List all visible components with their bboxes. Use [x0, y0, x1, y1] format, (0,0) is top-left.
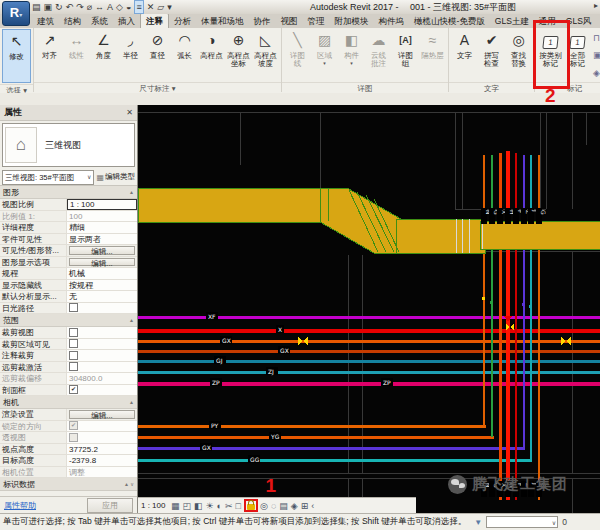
default-3d-view-icon[interactable]: ◇ — [116, 1, 123, 13]
section-范围[interactable]: 范围▲ — [0, 314, 137, 327]
tab-插入[interactable]: 插入 — [113, 14, 140, 28]
more-icon[interactable]: ‹ — [311, 499, 314, 513]
region-button[interactable]: ▨区域▾ — [311, 29, 338, 81]
crop-region-icon[interactable]: □ — [236, 499, 241, 513]
sync-central-icon[interactable]: ↻ — [55, 1, 63, 13]
application-menu-button[interactable]: R▾ — [2, 1, 30, 26]
detail-line-button[interactable]: ╲详图 线 — [284, 29, 311, 81]
spot-slope-button[interactable]: ◺高程点 坡度 — [252, 29, 279, 81]
checkbox[interactable]: ✔ — [69, 385, 78, 394]
tab-GLS土建[interactable]: GLS土建 — [490, 14, 534, 28]
customize-qat-icon[interactable]: ▾ — [167, 1, 172, 13]
property-value[interactable]: 37725.2 — [67, 444, 137, 455]
checkbox[interactable] — [69, 328, 78, 337]
checkbox[interactable] — [69, 433, 78, 442]
property-value[interactable]: 显示两者 — [67, 234, 137, 245]
worksets-icon[interactable]: ⊞ — [301, 499, 309, 513]
edit-button[interactable]: 编辑... — [69, 410, 135, 419]
view-scale-button[interactable]: 1 : 100 — [141, 501, 165, 510]
visual-style-icon[interactable]: ◧ — [194, 499, 203, 513]
property-value[interactable]: 调整 — [67, 467, 137, 478]
spell-check-button[interactable]: ✔拼写 检查 — [478, 29, 505, 81]
filter-icon[interactable]: ▼ — [474, 518, 482, 527]
aligned-dimension-button[interactable]: ↗对齐 — [36, 29, 63, 81]
edit-type-button[interactable]: ▦ 编辑类型 — [96, 172, 135, 182]
pin-icon[interactable]: ▲ — [129, 189, 134, 195]
pin-icon[interactable]: ▲ ∨ — [124, 481, 134, 487]
spot-coordinate-button[interactable]: ⊕高程点 坐标 — [225, 29, 252, 81]
temporary-hide-isolate-icon[interactable]: ◎ — [260, 499, 268, 513]
drawing-area[interactable]: XFXGXGXGJZJZPZPPYYGGXGGNGXHFZJGNGXHFZJG … — [138, 105, 600, 513]
angular-dimension-button[interactable]: ∠角度 — [90, 29, 117, 81]
tab-scroll-arrow-icon[interactable]: ▸ — [594, 1, 598, 10]
type-selector[interactable]: ⌂ 三维视图 — [2, 123, 135, 167]
detail-group-button[interactable]: [A]详图 组 — [392, 29, 419, 81]
tab-附加模块[interactable]: 附加模块 — [330, 14, 374, 28]
reveal-constraints-icon[interactable]: ◈ — [291, 499, 298, 513]
arc-length-dimension-button[interactable]: ◠弧长 — [171, 29, 198, 81]
pin-icon[interactable]: ▲ — [129, 317, 134, 323]
temporary-view-properties-icon[interactable]: ▤ — [279, 499, 288, 513]
lock-3d-view-icon[interactable] — [247, 504, 255, 510]
checkbox[interactable] — [69, 339, 78, 348]
checkbox[interactable] — [69, 362, 78, 371]
properties-help-link[interactable]: 属性帮助 — [4, 500, 36, 511]
property-value[interactable]: 机械 — [67, 268, 137, 279]
section-icon[interactable]: ◒ — [126, 1, 131, 13]
revision-cloud-button[interactable]: ☁云线 批注 — [365, 29, 392, 81]
tab-建筑[interactable]: 建筑 — [32, 14, 59, 28]
tab-体量和场地[interactable]: 体量和场地 — [196, 14, 249, 28]
property-value[interactable]: 精细 — [67, 222, 137, 233]
reveal-hidden-elements-icon[interactable]: ◌ — [271, 499, 276, 513]
tab-系统[interactable]: 系统 — [86, 14, 113, 28]
checkbox[interactable] — [69, 303, 78, 312]
radial-dimension-button[interactable]: ◞半径 — [117, 29, 144, 81]
text-button[interactable]: A文字 — [451, 29, 478, 81]
properties-header[interactable]: 属性 ✕ — [0, 105, 137, 121]
modify-button[interactable]: ↖修改 — [2, 29, 31, 83]
material-tag-button[interactable]: ◈材质标记 — [591, 65, 600, 80]
checkbox[interactable] — [69, 351, 78, 360]
tab-注释[interactable]: 注释 — [140, 14, 169, 28]
detail-level-icon[interactable]: ◰ — [182, 499, 191, 513]
property-value[interactable]: 100 — [67, 211, 137, 222]
aligned-dimension-icon[interactable]: ↔ — [95, 1, 104, 13]
redo-icon[interactable]: ↷ — [76, 1, 84, 13]
tab-结构[interactable]: 结构 — [59, 14, 86, 28]
worksharing-display-icon[interactable]: ▦ — [171, 499, 180, 513]
diameter-dimension-button[interactable]: ⊘直径 — [144, 29, 171, 81]
property-value[interactable]: 304800.0 — [67, 373, 137, 384]
view-selector-dropdown[interactable]: 三维视图: 35#平面图 ∨ — [2, 170, 94, 185]
insulation-button[interactable]: ≈隔热层 — [419, 29, 446, 81]
undo-icon[interactable]: ↶ — [66, 1, 74, 13]
linear-dimension-button[interactable]: ↔线性 — [63, 29, 90, 81]
checkbox[interactable]: ✔ — [69, 421, 78, 430]
sun-path-icon[interactable]: ☀ — [206, 499, 214, 513]
close-hidden-windows-icon[interactable]: ✕ — [147, 1, 155, 13]
shadows-icon[interactable]: ◐ — [217, 499, 222, 513]
edit-button[interactable]: 编辑... — [69, 258, 135, 267]
crop-view-icon[interactable]: ✂ — [225, 499, 233, 513]
property-value[interactable]: 1 : 100 — [67, 199, 137, 210]
tab-管理[interactable]: 管理 — [303, 14, 330, 28]
beam-annotation-button[interactable]: ⊓梁注释 — [591, 30, 600, 45]
measure-icon[interactable]: ⌀ — [87, 1, 92, 13]
apply-button[interactable]: 应用 — [87, 498, 133, 513]
section-相机[interactable]: 相机▲ — [0, 396, 137, 409]
multi-category-button[interactable]: ▣多类别 — [591, 48, 600, 63]
tab-构件坞[interactable]: 构件坞 — [374, 14, 410, 28]
section-标识数据[interactable]: 标识数据▲ ∨ — [0, 478, 137, 491]
component-button[interactable]: ◧构件▾ — [338, 29, 365, 81]
text-note-icon[interactable]: A — [107, 1, 113, 13]
thin-lines-icon[interactable]: ≡ — [134, 0, 143, 14]
section-图形[interactable]: 图形▲ — [0, 186, 137, 199]
switch-windows-icon[interactable]: ▱ — [157, 1, 164, 13]
status-search-input[interactable]: ∨ — [486, 516, 558, 528]
spot-elevation-button[interactable]: ◑高程点 — [198, 29, 225, 81]
tab-视图[interactable]: 视图 — [276, 14, 303, 28]
close-icon[interactable]: ✕ — [126, 108, 133, 117]
edit-button[interactable]: 编辑... — [69, 246, 135, 255]
tab-分析[interactable]: 分析 — [169, 14, 196, 28]
property-value[interactable]: -2379.8 — [67, 455, 137, 466]
tab-橄榄山快模-免费版[interactable]: 橄榄山快模-免费版 — [409, 14, 490, 28]
